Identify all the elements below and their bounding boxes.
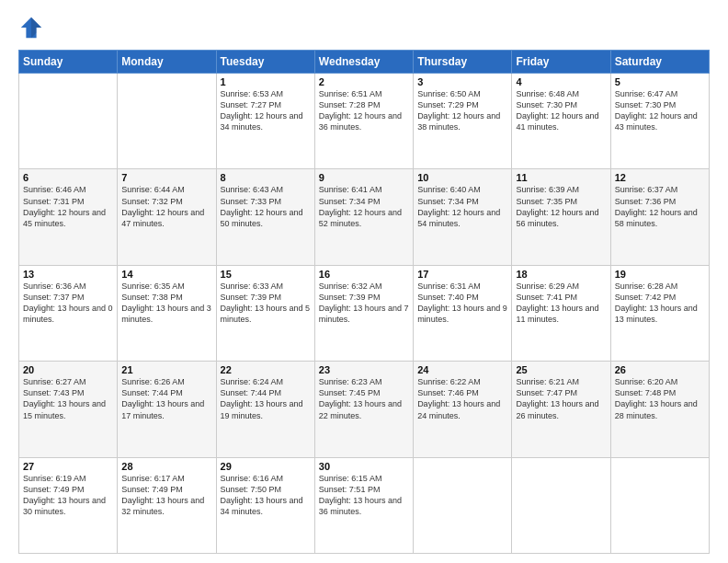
day-number: 20 (23, 364, 113, 375)
day-number: 9 (319, 172, 409, 183)
day-number: 2 (319, 76, 409, 87)
calendar-cell: 7Sunrise: 6:44 AMSunset: 7:32 PMDaylight… (118, 169, 216, 265)
day-info: Sunrise: 6:24 AMSunset: 7:44 PMDaylight:… (221, 376, 311, 421)
calendar-cell: 13Sunrise: 6:36 AMSunset: 7:37 PMDayligh… (19, 265, 118, 361)
day-info: Sunrise: 6:39 AMSunset: 7:35 PMDaylight:… (516, 184, 606, 229)
calendar-week-3: 13Sunrise: 6:36 AMSunset: 7:37 PMDayligh… (19, 265, 710, 361)
page: SundayMondayTuesdayWednesdayThursdayFrid… (0, 0, 728, 563)
weekday-header-saturday: Saturday (610, 51, 709, 74)
calendar-cell: 29Sunrise: 6:16 AMSunset: 7:50 PMDayligh… (216, 457, 314, 553)
day-info: Sunrise: 6:41 AMSunset: 7:34 PMDaylight:… (319, 184, 409, 229)
day-info: Sunrise: 6:19 AMSunset: 7:49 PMDaylight:… (23, 473, 113, 518)
calendar-cell: 2Sunrise: 6:51 AMSunset: 7:28 PMDaylight… (314, 74, 413, 169)
day-number: 13 (23, 269, 113, 280)
weekday-header-row: SundayMondayTuesdayWednesdayThursdayFrid… (19, 51, 710, 74)
day-number: 5 (615, 76, 705, 87)
calendar-cell: 5Sunrise: 6:47 AMSunset: 7:30 PMDaylight… (610, 74, 709, 169)
day-info: Sunrise: 6:21 AMSunset: 7:47 PMDaylight:… (516, 376, 606, 421)
day-number: 4 (516, 76, 606, 87)
logo-icon (18, 15, 44, 40)
day-number: 21 (121, 364, 211, 375)
day-info: Sunrise: 6:47 AMSunset: 7:30 PMDaylight:… (615, 88, 705, 133)
calendar-cell (118, 74, 216, 169)
weekday-header-friday: Friday (512, 51, 610, 74)
day-number: 7 (121, 172, 211, 183)
day-info: Sunrise: 6:53 AMSunset: 7:27 PMDaylight:… (221, 88, 311, 133)
calendar-cell (414, 457, 512, 553)
calendar-cell (19, 74, 118, 169)
header (18, 15, 710, 40)
day-info: Sunrise: 6:20 AMSunset: 7:48 PMDaylight:… (615, 376, 705, 421)
day-info: Sunrise: 6:48 AMSunset: 7:30 PMDaylight:… (516, 88, 606, 133)
day-info: Sunrise: 6:28 AMSunset: 7:42 PMDaylight:… (615, 281, 705, 326)
day-info: Sunrise: 6:27 AMSunset: 7:43 PMDaylight:… (23, 376, 113, 421)
logo (18, 15, 46, 40)
day-number: 16 (319, 269, 409, 280)
day-number: 23 (319, 364, 409, 375)
day-info: Sunrise: 6:29 AMSunset: 7:41 PMDaylight:… (516, 281, 606, 326)
day-number: 10 (417, 172, 507, 183)
weekday-header-thursday: Thursday (414, 51, 512, 74)
calendar-cell: 16Sunrise: 6:32 AMSunset: 7:39 PMDayligh… (314, 265, 413, 361)
day-number: 12 (615, 172, 705, 183)
day-number: 29 (221, 461, 311, 472)
calendar-cell: 28Sunrise: 6:17 AMSunset: 7:49 PMDayligh… (118, 457, 216, 553)
calendar-cell: 15Sunrise: 6:33 AMSunset: 7:39 PMDayligh… (216, 265, 314, 361)
weekday-header-monday: Monday (118, 51, 216, 74)
day-info: Sunrise: 6:16 AMSunset: 7:50 PMDaylight:… (221, 473, 311, 518)
day-info: Sunrise: 6:43 AMSunset: 7:33 PMDaylight:… (221, 184, 311, 229)
calendar-cell (512, 457, 610, 553)
day-number: 17 (417, 269, 507, 280)
calendar-cell: 3Sunrise: 6:50 AMSunset: 7:29 PMDaylight… (414, 74, 512, 169)
calendar-cell: 25Sunrise: 6:21 AMSunset: 7:47 PMDayligh… (512, 362, 610, 457)
calendar-cell: 4Sunrise: 6:48 AMSunset: 7:30 PMDaylight… (512, 74, 610, 169)
calendar-table: SundayMondayTuesdayWednesdayThursdayFrid… (18, 50, 710, 554)
day-info: Sunrise: 6:23 AMSunset: 7:45 PMDaylight:… (319, 376, 409, 421)
calendar-cell: 26Sunrise: 6:20 AMSunset: 7:48 PMDayligh… (610, 362, 709, 457)
calendar-cell: 19Sunrise: 6:28 AMSunset: 7:42 PMDayligh… (610, 265, 709, 361)
day-number: 8 (221, 172, 311, 183)
day-info: Sunrise: 6:46 AMSunset: 7:31 PMDaylight:… (23, 184, 113, 229)
calendar-cell: 12Sunrise: 6:37 AMSunset: 7:36 PMDayligh… (610, 169, 709, 265)
day-number: 30 (319, 461, 409, 472)
day-number: 27 (23, 461, 113, 472)
calendar-cell: 1Sunrise: 6:53 AMSunset: 7:27 PMDaylight… (216, 74, 314, 169)
day-info: Sunrise: 6:17 AMSunset: 7:49 PMDaylight:… (121, 473, 211, 518)
day-info: Sunrise: 6:33 AMSunset: 7:39 PMDaylight:… (221, 281, 311, 326)
calendar-cell: 23Sunrise: 6:23 AMSunset: 7:45 PMDayligh… (314, 362, 413, 457)
calendar-cell: 21Sunrise: 6:26 AMSunset: 7:44 PMDayligh… (118, 362, 216, 457)
calendar-body: 1Sunrise: 6:53 AMSunset: 7:27 PMDaylight… (19, 74, 710, 554)
day-number: 14 (121, 269, 211, 280)
day-number: 28 (121, 461, 211, 472)
weekday-header-tuesday: Tuesday (216, 51, 314, 74)
day-number: 15 (221, 269, 311, 280)
calendar-cell: 6Sunrise: 6:46 AMSunset: 7:31 PMDaylight… (19, 169, 118, 265)
day-info: Sunrise: 6:51 AMSunset: 7:28 PMDaylight:… (319, 88, 409, 133)
calendar-cell (610, 457, 709, 553)
day-number: 25 (516, 364, 606, 375)
day-number: 18 (516, 269, 606, 280)
day-info: Sunrise: 6:15 AMSunset: 7:51 PMDaylight:… (319, 473, 409, 518)
day-number: 6 (23, 172, 113, 183)
day-number: 24 (417, 364, 507, 375)
calendar-cell: 9Sunrise: 6:41 AMSunset: 7:34 PMDaylight… (314, 169, 413, 265)
calendar-cell: 20Sunrise: 6:27 AMSunset: 7:43 PMDayligh… (19, 362, 118, 457)
calendar-cell: 8Sunrise: 6:43 AMSunset: 7:33 PMDaylight… (216, 169, 314, 265)
day-info: Sunrise: 6:32 AMSunset: 7:39 PMDaylight:… (319, 281, 409, 326)
day-info: Sunrise: 6:37 AMSunset: 7:36 PMDaylight:… (615, 184, 705, 229)
calendar-cell: 10Sunrise: 6:40 AMSunset: 7:34 PMDayligh… (414, 169, 512, 265)
calendar-cell: 18Sunrise: 6:29 AMSunset: 7:41 PMDayligh… (512, 265, 610, 361)
calendar-cell: 22Sunrise: 6:24 AMSunset: 7:44 PMDayligh… (216, 362, 314, 457)
calendar-header: SundayMondayTuesdayWednesdayThursdayFrid… (19, 51, 710, 74)
calendar-cell: 14Sunrise: 6:35 AMSunset: 7:38 PMDayligh… (118, 265, 216, 361)
day-info: Sunrise: 6:44 AMSunset: 7:32 PMDaylight:… (121, 184, 211, 229)
calendar-week-1: 1Sunrise: 6:53 AMSunset: 7:27 PMDaylight… (19, 74, 710, 169)
day-info: Sunrise: 6:40 AMSunset: 7:34 PMDaylight:… (417, 184, 507, 229)
day-number: 1 (221, 76, 311, 87)
day-info: Sunrise: 6:35 AMSunset: 7:38 PMDaylight:… (121, 281, 211, 326)
calendar-cell: 30Sunrise: 6:15 AMSunset: 7:51 PMDayligh… (314, 457, 413, 553)
calendar-cell: 27Sunrise: 6:19 AMSunset: 7:49 PMDayligh… (19, 457, 118, 553)
calendar-week-5: 27Sunrise: 6:19 AMSunset: 7:49 PMDayligh… (19, 457, 710, 553)
day-number: 11 (516, 172, 606, 183)
weekday-header-wednesday: Wednesday (314, 51, 413, 74)
